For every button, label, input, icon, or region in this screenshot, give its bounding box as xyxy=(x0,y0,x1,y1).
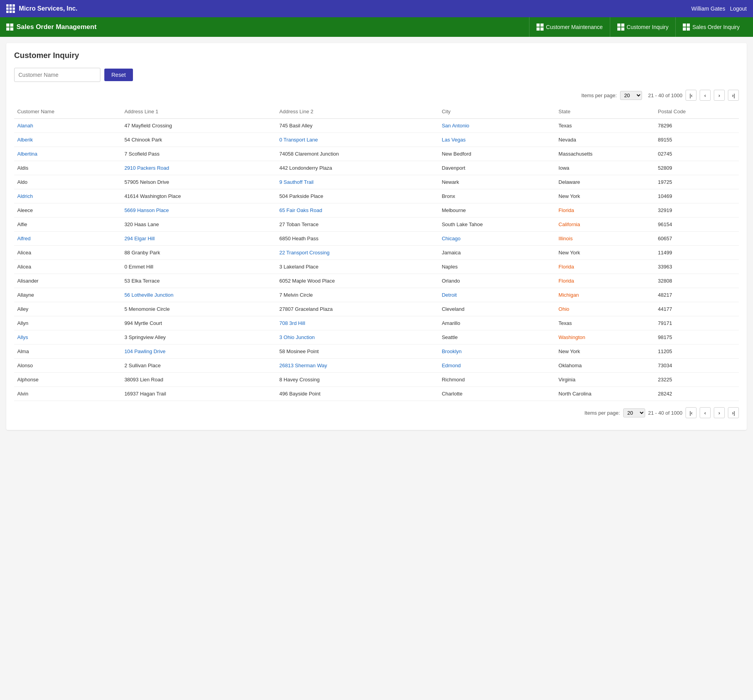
table-cell-name[interactable]: Alfred xyxy=(14,232,121,246)
table-cell-city[interactable]: Chicago xyxy=(438,232,555,246)
table-cell-addr2[interactable]: 9 Sauthoff Trail xyxy=(276,175,438,189)
addr1-link[interactable]: 56 Lotheville Junction xyxy=(124,292,173,298)
addr2-link[interactable]: 65 Fair Oaks Road xyxy=(279,207,322,213)
prev-page-button-bottom[interactable]: ‹ xyxy=(700,407,711,418)
table-cell-addr1[interactable]: 5669 Hanson Place xyxy=(121,203,276,218)
table-cell-addr1[interactable]: 2910 Packers Road xyxy=(121,161,276,175)
first-page-button[interactable]: |‹ xyxy=(686,90,697,101)
addr1-link[interactable]: 294 Elgar Hill xyxy=(124,236,155,241)
addr2-link[interactable]: 708 3rd Hill xyxy=(279,320,305,326)
customer-name-link[interactable]: Alberik xyxy=(17,137,33,143)
table-cell-name[interactable]: Allys xyxy=(14,330,121,345)
items-per-page-select-bottom[interactable]: 10 20 50 100 xyxy=(623,408,645,417)
table-cell-addr2[interactable]: 3 Ohio Junction xyxy=(276,330,438,345)
nav-sales-order-inquiry[interactable]: Sales Order Inquiry xyxy=(675,17,747,37)
table-cell-addr1[interactable]: 56 Lotheville Junction xyxy=(121,288,276,302)
table-cell-state[interactable]: Illinois xyxy=(555,232,655,246)
items-per-page-select[interactable]: 10 20 50 100 xyxy=(620,91,642,100)
table-cell-addr2: 7 Melvin Circle xyxy=(276,288,438,302)
city-link[interactable]: Brooklyn xyxy=(442,348,462,354)
state-link[interactable]: Florida xyxy=(558,264,574,270)
table-cell-state[interactable]: Ohio xyxy=(555,302,655,316)
table-cell-state[interactable]: Washington xyxy=(555,330,655,345)
nav-customer-inquiry-label: Customer Inquiry xyxy=(627,24,669,30)
table-cell-addr2[interactable]: 0 Transport Lane xyxy=(276,133,438,147)
table-row: Aleece5669 Hanson Place65 Fair Oaks Road… xyxy=(14,203,739,218)
table-cell-city[interactable]: Edmond xyxy=(438,359,555,373)
prev-page-button[interactable]: ‹ xyxy=(700,90,711,101)
table-cell-addr1[interactable]: 294 Elgar Hill xyxy=(121,232,276,246)
table-cell-city[interactable]: Detroit xyxy=(438,288,555,302)
table-cell-state: Iowa xyxy=(555,161,655,175)
city-link[interactable]: Edmond xyxy=(442,363,460,368)
logout-link[interactable]: Logout xyxy=(730,5,747,12)
addr1-link[interactable]: 5669 Hanson Place xyxy=(124,207,169,213)
reset-button[interactable]: Reset xyxy=(104,69,133,81)
table-cell-city[interactable]: San Antonio xyxy=(438,119,555,133)
city-link[interactable]: Chicago xyxy=(442,236,460,241)
city-link[interactable]: Las Vegas xyxy=(442,137,466,143)
table-cell-addr2[interactable]: 22 Transport Crossing xyxy=(276,246,438,260)
table-cell-name: Allyn xyxy=(14,316,121,330)
addr2-link[interactable]: 9 Sauthoff Trail xyxy=(279,179,313,185)
table-cell-state[interactable]: Florida xyxy=(555,260,655,274)
customer-name-link[interactable]: Allys xyxy=(17,334,28,340)
table-cell-postal: 11499 xyxy=(655,246,739,260)
first-page-button-bottom[interactable]: |‹ xyxy=(686,407,697,418)
table-cell-city[interactable]: Brooklyn xyxy=(438,345,555,359)
state-link[interactable]: California xyxy=(558,221,580,227)
addr1-link[interactable]: 104 Pawling Drive xyxy=(124,348,166,354)
table-cell-name: Alley xyxy=(14,302,121,316)
state-link[interactable]: Florida xyxy=(558,278,574,284)
state-link[interactable]: Washington xyxy=(558,334,585,340)
city-link[interactable]: San Antonio xyxy=(442,123,469,129)
table-cell-name[interactable]: Albertina xyxy=(14,147,121,161)
nav-customer-inquiry[interactable]: Customer Inquiry xyxy=(610,17,676,37)
search-area: Reset xyxy=(14,68,739,82)
table-cell-addr1: 54 Chinook Park xyxy=(121,133,276,147)
table-cell-state[interactable]: Florida xyxy=(555,203,655,218)
table-row: Alanah47 Mayfield Crossing745 Basil Alle… xyxy=(14,119,739,133)
customer-name-link[interactable]: Alanah xyxy=(17,123,33,129)
table-cell-addr2[interactable]: 65 Fair Oaks Road xyxy=(276,203,438,218)
table-row: Aldo57905 Nelson Drive9 Sauthoff TrailNe… xyxy=(14,175,739,189)
state-link[interactable]: Florida xyxy=(558,207,574,213)
table-cell-name[interactable]: Alberik xyxy=(14,133,121,147)
addr2-link[interactable]: 0 Transport Lane xyxy=(279,137,318,143)
table-cell-name[interactable]: Aldrich xyxy=(14,189,121,203)
table-cell-addr2[interactable]: 708 3rd Hill xyxy=(276,316,438,330)
apps-icon[interactable] xyxy=(6,4,15,13)
table-cell-addr2[interactable]: 26813 Sherman Way xyxy=(276,359,438,373)
table-row: Allayne56 Lotheville Junction7 Melvin Ci… xyxy=(14,288,739,302)
table-cell-city[interactable]: Las Vegas xyxy=(438,133,555,147)
state-link[interactable]: Illinois xyxy=(558,236,573,241)
state-link[interactable]: Ohio xyxy=(558,306,569,312)
nav-customer-maintenance[interactable]: Customer Maintenance xyxy=(529,17,610,37)
addr2-link[interactable]: 3 Ohio Junction xyxy=(279,334,315,340)
table-cell-state[interactable]: Michigan xyxy=(555,288,655,302)
table-cell-postal: 96154 xyxy=(655,218,739,232)
table-cell-city: Bronx xyxy=(438,189,555,203)
last-page-button-bottom[interactable]: ›| xyxy=(728,407,739,418)
next-page-button[interactable]: › xyxy=(714,90,725,101)
customer-name-input[interactable] xyxy=(14,68,100,82)
table-cell-state: Oklahoma xyxy=(555,359,655,373)
table-cell-addr2: 6052 Maple Wood Place xyxy=(276,274,438,288)
table-cell-state[interactable]: Florida xyxy=(555,274,655,288)
next-page-button-bottom[interactable]: › xyxy=(714,407,725,418)
table-cell-state: New York xyxy=(555,246,655,260)
addr1-link[interactable]: 2910 Packers Road xyxy=(124,165,169,171)
state-link[interactable]: Michigan xyxy=(558,292,579,298)
table-cell-addr1[interactable]: 104 Pawling Drive xyxy=(121,345,276,359)
last-page-button[interactable]: ›| xyxy=(728,90,739,101)
customer-name-link[interactable]: Alfred xyxy=(17,236,31,241)
customer-inquiry-icon xyxy=(617,24,624,31)
addr2-link[interactable]: 22 Transport Crossing xyxy=(279,250,329,256)
table-cell-name[interactable]: Alanah xyxy=(14,119,121,133)
addr2-link[interactable]: 26813 Sherman Way xyxy=(279,363,327,368)
brand-title: Sales Order Management xyxy=(16,23,96,31)
table-cell-state[interactable]: California xyxy=(555,218,655,232)
customer-name-link[interactable]: Albertina xyxy=(17,151,37,157)
customer-name-link[interactable]: Aldrich xyxy=(17,193,33,199)
city-link[interactable]: Detroit xyxy=(442,292,457,298)
